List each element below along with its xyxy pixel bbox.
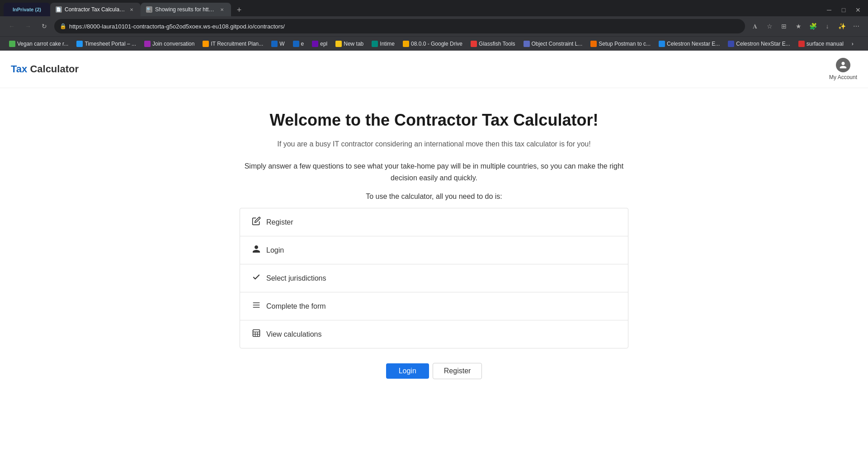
bookmark-favicon-epl	[312, 41, 318, 47]
bookmark-label-vegan: Vegan carrot cake r...	[17, 41, 68, 47]
step-register: Register	[240, 208, 628, 236]
svg-rect-2	[253, 307, 260, 308]
bookmark-celestron2[interactable]: Celestron NexStar E...	[724, 39, 793, 48]
bookmark-label-it: IT Recruitment Plan...	[211, 41, 263, 47]
bookmark-label-timesheet: Timesheet Portal – ...	[85, 41, 136, 47]
bookmark-glassfish[interactable]: Glassfish Tools	[467, 39, 519, 48]
extensions-button[interactable]: 🧩	[807, 20, 819, 33]
bookmark-favicon-celestron1	[659, 41, 665, 47]
bookmark-surface[interactable]: surface manual	[795, 39, 847, 48]
forward-button[interactable]: →	[22, 20, 34, 33]
bookmark-label-celestron1: Celestron Nexstar E...	[667, 41, 720, 47]
bookmark-favicon-glassfish	[471, 41, 477, 47]
url-input[interactable]	[69, 23, 740, 30]
app-header: Tax Calculator My Account	[0, 51, 868, 88]
bookmark-object-constraint[interactable]: Object Constraint L...	[520, 39, 586, 48]
register-button[interactable]: Register	[433, 363, 482, 379]
bookmark-epl[interactable]: epl	[308, 39, 331, 48]
bookmark-label-gdrive: 08.0.0 - Google Drive	[411, 41, 462, 47]
bookmark-new-tab[interactable]: New tab	[332, 39, 367, 48]
welcome-subtitle: If you are a busy IT contractor consider…	[240, 139, 628, 150]
bookmark-postman[interactable]: Setup Postman to c...	[587, 39, 654, 48]
action-buttons: Login Register	[240, 363, 628, 379]
favorites-collections-button[interactable]: ★	[792, 20, 805, 33]
jurisdictions-icon	[251, 273, 262, 284]
account-avatar-icon	[836, 58, 850, 72]
bookmark-word1[interactable]: W	[268, 39, 288, 48]
bookmark-google-drive[interactable]: 08.0.0 - Google Drive	[399, 39, 466, 48]
svg-rect-0	[253, 302, 260, 303]
bookmark-favicon-postman	[590, 41, 597, 47]
main-content: Welcome to the Contractor Tax Calculator…	[231, 88, 637, 402]
logo-tax: Tax	[11, 63, 27, 75]
my-account-link[interactable]: My Account	[829, 58, 857, 80]
step-login-label: Login	[266, 246, 284, 254]
maximize-button[interactable]: □	[837, 4, 850, 16]
secure-icon: 🔒	[60, 23, 66, 29]
welcome-title: Welcome to the Contractor Tax Calculator…	[240, 111, 628, 130]
bookmark-favicon-gdrive	[403, 41, 409, 47]
bookmark-timesheet[interactable]: Timesheet Portal – ...	[73, 39, 140, 48]
bookmark-favicon-it	[203, 41, 209, 47]
back-button[interactable]: ←	[5, 20, 18, 33]
bookmark-label-word1: W	[279, 41, 284, 47]
browser-chrome: InPrivate (2) 📄 Contractor Tax Calculato…	[0, 0, 868, 51]
downloads-button[interactable]: ↓	[821, 20, 834, 33]
address-bar[interactable]: 🔒	[54, 19, 745, 33]
bookmark-label-conversation: Join conversation	[152, 41, 194, 47]
split-screen-button[interactable]: ⊞	[778, 20, 790, 33]
tab-title: Contractor Tax Calculator	[65, 6, 125, 13]
bookmark-label-postman: Setup Postman to c...	[599, 41, 651, 47]
read-aloud-button[interactable]: 𝐀	[749, 20, 761, 33]
step-jurisdictions-label: Select jurisdictions	[266, 274, 326, 282]
nav-bar: ← → ↻ 🔒 𝐀 ☆ ⊞ ★ 🧩 ↓ ✨ ⋯	[0, 16, 868, 36]
bookmark-favicon-timesheet	[76, 41, 83, 47]
step-calculations: View calculations	[240, 320, 628, 348]
close-button[interactable]: ✕	[852, 4, 864, 16]
tab-title-2: Showing results for https://800...	[155, 6, 216, 13]
tab-close-button-2[interactable]: ✕	[218, 6, 226, 13]
bookmark-word2[interactable]: e	[289, 39, 308, 48]
minimize-button[interactable]: ─	[823, 4, 835, 16]
my-account-label: My Account	[829, 74, 857, 80]
svg-rect-1	[253, 305, 260, 306]
inprivate-tab[interactable]: InPrivate (2)	[4, 3, 50, 16]
active-tab[interactable]: 📄 Contractor Tax Calculator ✕	[50, 3, 141, 16]
refresh-button[interactable]: ↻	[38, 20, 51, 33]
settings-button[interactable]: ⋯	[850, 20, 863, 33]
bookmark-favicon-surface	[798, 41, 805, 47]
welcome-description: Simply answer a few questions to see wha…	[240, 160, 628, 183]
app-logo: Tax Calculator	[11, 63, 79, 75]
bookmark-more[interactable]: ›	[848, 39, 857, 48]
edge-copilot-button[interactable]: ✨	[835, 20, 848, 33]
bookmark-it-recruitment[interactable]: IT Recruitment Plan...	[199, 39, 267, 48]
second-tab[interactable]: 🔍 Showing results for https://800... ✕	[141, 3, 231, 16]
logo-calculator: Calculator	[27, 63, 79, 75]
more-bookmarks-icon: ›	[852, 41, 854, 47]
new-tab-button[interactable]: +	[233, 4, 245, 16]
bookmark-label-intime: Intime	[380, 41, 395, 47]
tab-favicon-2: 🔍	[146, 6, 152, 13]
bookmark-favicon-conversation	[144, 41, 151, 47]
bookmark-vegan[interactable]: Vegan carrot cake r...	[5, 39, 72, 48]
bookmark-label-word2: e	[301, 41, 304, 47]
login-button[interactable]: Login	[386, 363, 429, 379]
bookmark-favicon-intime	[372, 41, 378, 47]
bookmark-label-celestron2: Celestron NexStar E...	[736, 41, 790, 47]
step-form-label: Complete the form	[266, 302, 326, 310]
bookmark-favicon-word2	[293, 41, 299, 47]
tab-close-button[interactable]: ✕	[128, 6, 135, 13]
inprivate-badge: InPrivate (2)	[9, 6, 45, 13]
step-register-label: Register	[266, 218, 293, 226]
bookmark-intime[interactable]: Intime	[368, 39, 398, 48]
favorites-button[interactable]: ☆	[763, 20, 776, 33]
page-content: Tax Calculator My Account Welcome to the…	[0, 51, 868, 454]
login-icon	[251, 244, 262, 256]
bookmark-favicon-word1	[271, 41, 278, 47]
bookmark-join-conversation[interactable]: Join conversation	[141, 39, 198, 48]
steps-container: Register Login Select jurisdictions	[240, 208, 628, 348]
bookmark-label-surface: surface manual	[807, 41, 844, 47]
bookmark-celestron1[interactable]: Celestron Nexstar E...	[655, 39, 723, 48]
window-controls: ─ □ ✕	[823, 4, 864, 16]
step-calculations-label: View calculations	[266, 330, 321, 338]
